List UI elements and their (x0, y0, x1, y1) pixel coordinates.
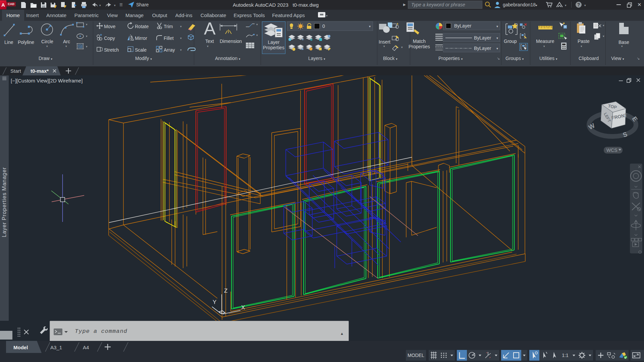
svg-text:ByLayer: ByLayer (474, 46, 491, 51)
svg-text:Start: Start (10, 68, 21, 74)
svg-text:ByLayer: ByLayer (474, 35, 491, 41)
svg-text:Model: Model (13, 345, 28, 350)
svg-text:[−][Custom View][2D Wireframe]: [−][Custom View][2D Wireframe] (11, 78, 83, 83)
svg-text:?: ? (577, 2, 580, 7)
svg-text:❄: ❄ (310, 38, 313, 41)
svg-text:WCS: WCS (606, 147, 618, 153)
svg-text:Y: Y (213, 299, 216, 305)
svg-text:Z: Z (224, 288, 227, 294)
svg-text:X: X (241, 304, 245, 311)
svg-text:0: 0 (322, 23, 325, 29)
svg-text:A3_1: A3_1 (50, 345, 62, 350)
svg-text:t0-max*: t0-max* (31, 68, 49, 74)
svg-text:A4: A4 (83, 345, 89, 350)
